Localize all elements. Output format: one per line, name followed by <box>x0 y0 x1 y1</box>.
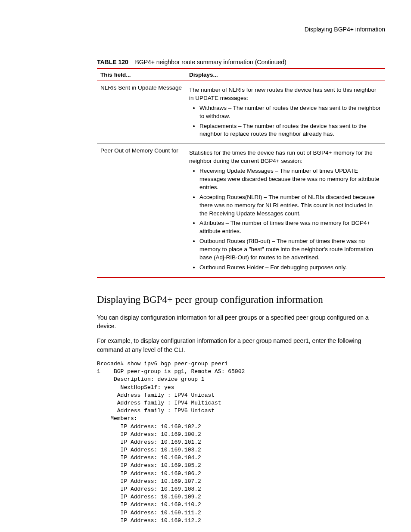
table-caption: TABLE 120 BGP4+ neighbor route summary i… <box>97 59 385 65</box>
body-paragraph: For example, to display configuration in… <box>97 336 385 354</box>
bullet-item: Attributes – The number of times there w… <box>199 219 382 236</box>
col-header-field: This field... <box>97 68 186 81</box>
bullet-item: Withdraws – The number of routes the dev… <box>199 104 382 121</box>
cell-intro: The number of NLRIs for new routes the d… <box>189 86 382 103</box>
cell-field: NLRIs Sent in Update Message <box>97 81 186 144</box>
cell-bullets: Receiving Update Messages – The number o… <box>189 167 382 272</box>
col-header-displays: Displays... <box>186 68 385 81</box>
cell-field: Peer Out of Memory Count for <box>97 144 186 277</box>
bullet-item: Accepting Routes(NLRI) – The number of N… <box>199 193 382 218</box>
bullet-item: Outbound Routes Holder – For debugging p… <box>199 264 382 272</box>
body-paragraph: You can display configuration informatio… <box>97 313 385 331</box>
bullet-item: Replacements – The number of routes the … <box>199 122 382 139</box>
cell-displays: The number of NLRIs for new routes the d… <box>186 81 385 144</box>
table-row: NLRIs Sent in Update Message The number … <box>97 81 385 144</box>
cell-displays: Statistics for the times the device has … <box>186 144 385 277</box>
cell-bullets: Withdraws – The number of routes the dev… <box>189 104 382 139</box>
table-header-row: This field... Displays... <box>97 68 385 81</box>
bullet-item: Receiving Update Messages – The number o… <box>199 167 382 192</box>
cell-intro: Statistics for the times the device has … <box>189 149 382 165</box>
code-block: Brocade# show ipv6 bgp peer-group peer1 … <box>97 360 385 525</box>
table-row: Peer Out of Memory Count for Statistics … <box>97 144 385 277</box>
running-header: Displaying BGP4+ information <box>97 26 385 33</box>
bullet-item: Outbound Routes (RIB-out) – The number o… <box>199 237 382 262</box>
summary-table: This field... Displays... NLRIs Sent in … <box>97 68 385 278</box>
section-title: Displaying BGP4+ peer group configuratio… <box>97 294 385 305</box>
table-number: TABLE 120 <box>97 59 128 65</box>
running-header-text: Displaying BGP4+ information <box>305 26 385 33</box>
table-caption-text: BGP4+ neighbor route summary information… <box>135 59 286 65</box>
